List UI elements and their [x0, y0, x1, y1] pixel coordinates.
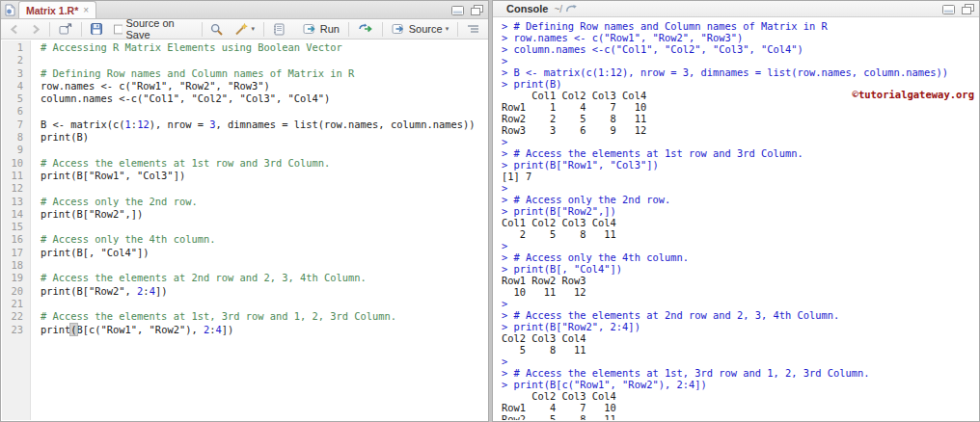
console-line-33: Col2 Col3 Col4: [502, 390, 978, 402]
console-line-35: Row2 5 8 11: [502, 413, 978, 420]
goto-working-directory-icon[interactable]: [566, 4, 578, 13]
document-outline-icon[interactable]: [464, 23, 482, 36]
code-line-7[interactable]: B <- matrix(c(1:12), nrow = 3, dimnames …: [41, 119, 487, 131]
console-line-5: > B <- matrix(c(1:12), nrow = 3, dimname…: [502, 66, 978, 78]
code-line-16[interactable]: # Access only the 4th column.: [41, 233, 487, 246]
code-line-2[interactable]: [41, 54, 487, 66]
console-line-23: Row1 Row2 Row3: [502, 275, 978, 286]
tab-close-icon[interactable]: ×: [83, 6, 89, 15]
console-output[interactable]: > # Defining Row names and Column names …: [494, 18, 978, 420]
save-icon[interactable]: [88, 22, 105, 36]
console-line-32: > print(B[c("Row1", "Row2"), 2:4]): [502, 379, 978, 390]
console-maximize-icon[interactable]: [962, 4, 974, 14]
console-line-3: > column.names <-c("Col1", "Col2", "Col3…: [502, 43, 978, 55]
console-minimize-icon[interactable]: [942, 5, 955, 14]
code-line-6[interactable]: [41, 105, 487, 118]
code-line-21[interactable]: [41, 298, 487, 310]
console-line-11: >: [502, 136, 978, 147]
code-line-17[interactable]: print(B[, "Col4"]): [41, 247, 487, 259]
source-editor-pane: Matrix 1.R* × Source on Save: [0, 0, 489, 422]
code-line-18[interactable]: [41, 259, 487, 272]
console-line-1: > # Defining Row names and Column names …: [502, 20, 978, 32]
code-line-5[interactable]: column.names <-c("Col1", "Col2", "Col3",…: [41, 92, 487, 105]
console-line-12: > # Access the elements at 1st row and 3…: [502, 147, 978, 159]
editor-code-lines[interactable]: # Accessing R Matrix Elements using Bool…: [31, 40, 487, 420]
code-line-23[interactable]: print(B[c("Row1", "Row2"), 2:4]): [41, 324, 487, 336]
console-line-19: 2 5 8 11: [502, 228, 978, 240]
open-in-new-window-icon[interactable]: [56, 22, 75, 36]
console-line-20: >: [502, 240, 978, 251]
console-line-18: Col1 Col2 Col3 Col4: [502, 217, 978, 228]
editor-tab-bar: Matrix 1.R* ×: [1, 1, 488, 19]
console-title: Console: [506, 3, 548, 14]
console-line-26: > # Access the elements at 2nd row and 2…: [502, 309, 978, 321]
back-icon[interactable]: [7, 23, 22, 36]
console-line-25: >: [502, 298, 978, 309]
code-line-10[interactable]: # Access the elements at 1st row and 3rd…: [41, 157, 487, 170]
console-line-29: 5 8 11: [502, 344, 978, 356]
code-line-3[interactable]: # Defining Row names and Column names of…: [41, 67, 487, 80]
console-line-13: > print(B["Row1", "Col3"]): [502, 159, 978, 171]
r-file-icon: [5, 4, 15, 16]
console-line-9: Row2 2 5 8 11: [502, 113, 978, 124]
code-line-19[interactable]: # Access the elements at 2nd row and 2, …: [41, 272, 487, 284]
minimize-pane-icon[interactable]: [451, 6, 464, 15]
console-line-30: >: [502, 356, 978, 367]
source-button-label: Source: [409, 23, 443, 35]
run-button[interactable]: Run: [300, 22, 342, 36]
console-line-10: Row3 3 6 9 12: [502, 124, 978, 136]
console-line-22: > print(B[, "Col4"]): [502, 263, 978, 275]
code-editor[interactable]: 1234567891011121314151617181920212223 # …: [2, 40, 487, 420]
code-line-12[interactable]: [41, 182, 487, 195]
editor-gutter: 1234567891011121314151617181920212223: [2, 40, 31, 420]
code-line-9[interactable]: [41, 144, 487, 156]
source-button[interactable]: Source ▾: [389, 22, 451, 36]
console-working-directory: ~/: [554, 4, 562, 14]
watermark: ©tutorialgateway.org: [853, 89, 974, 100]
code-line-15[interactable]: [41, 221, 487, 233]
code-line-22[interactable]: # Access the elements at 1st, 3rd row an…: [41, 310, 487, 323]
console-line-31: > # Access the elements at 1st, 3rd row …: [502, 367, 978, 379]
source-on-save-checkbox[interactable]: Source on Save: [111, 16, 196, 41]
search-icon[interactable]: [207, 22, 226, 37]
code-line-1[interactable]: # Accessing R Matrix Elements using Bool…: [41, 41, 487, 54]
code-line-4[interactable]: row.names <- c("Row1", "Row2", "Row3"): [41, 80, 487, 92]
code-line-13[interactable]: # Access only the 2nd row.: [41, 196, 487, 208]
code-line-14[interactable]: print(B["Row2",]): [41, 208, 487, 221]
code-line-11[interactable]: print(B["Row1", "Col3"]): [41, 170, 487, 182]
console-line-2: > row.names <- c("Row1", "Row2", "Row3"): [502, 32, 978, 43]
console-line-28: Col2 Col3 Col4: [502, 332, 978, 344]
console-line-27: > print(B["Row2", 2:4]): [502, 321, 978, 332]
console-lines[interactable]: > # Defining Row names and Column names …: [502, 20, 978, 420]
run-button-label: Run: [320, 23, 340, 35]
console-line-24: 10 11 12: [502, 286, 978, 298]
code-line-8[interactable]: print(B): [41, 131, 487, 144]
source-dropdown-caret[interactable]: ▾: [446, 25, 449, 33]
console-line-15: >: [502, 182, 978, 194]
console-line-34: Row1 4 7 10: [502, 402, 978, 413]
console-line-17: > print(B["Row2",]): [502, 205, 978, 217]
editor-toolbar: Source on Save ▾ Run Source ▾: [1, 19, 488, 40]
compile-notebook-icon[interactable]: [270, 22, 288, 37]
console-line-21: > # Access only the 4th column.: [502, 251, 978, 263]
console-header: Console ~/: [493, 1, 979, 17]
console-line-16: > # Access only the 2nd row.: [502, 194, 978, 205]
maximize-pane-icon[interactable]: [471, 5, 483, 15]
code-line-20[interactable]: print(B["Row2", 2:4]): [41, 285, 487, 298]
console-line-4: >: [502, 55, 978, 66]
code-tools-wand-icon[interactable]: ▾: [231, 22, 258, 37]
console-line-8: Row1 1 4 7 10: [502, 101, 978, 113]
rerun-icon[interactable]: [355, 22, 376, 36]
console-pane: Console ~/ > # Defining Row names and Co…: [492, 0, 980, 422]
source-on-save-label: Source on Save: [125, 17, 192, 40]
forward-icon[interactable]: [28, 23, 43, 36]
tab-title: Matrix 1.R*: [26, 5, 78, 16]
tab-matrix-1[interactable]: Matrix 1.R* ×: [18, 1, 96, 18]
console-line-14: [1] 7: [502, 171, 978, 182]
wand-dropdown-caret[interactable]: ▾: [251, 25, 255, 33]
